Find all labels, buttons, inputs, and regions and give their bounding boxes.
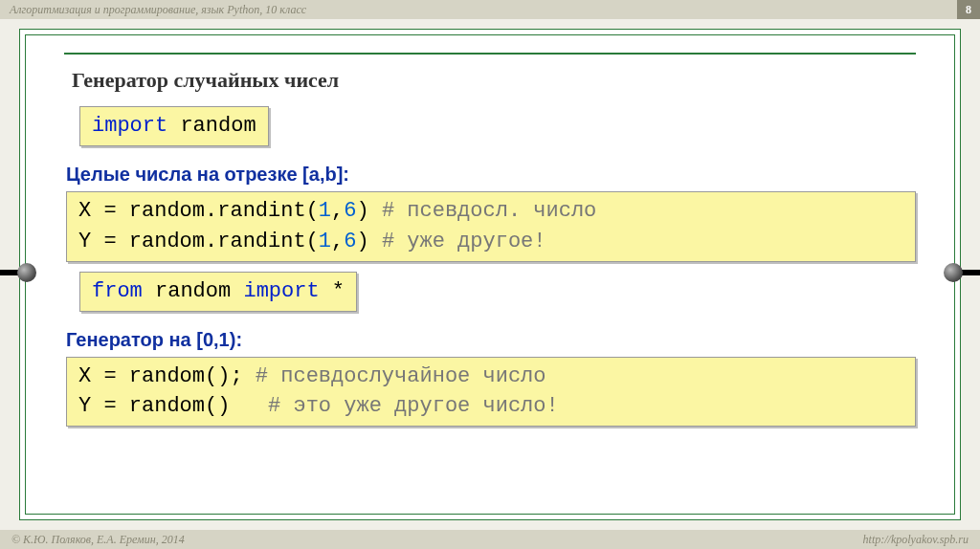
course-title: Алгоритмизация и программирование, язык … — [10, 3, 306, 17]
footer-url: http://kpolyakov.spb.ru — [863, 533, 969, 547]
code-import-random: import random — [79, 106, 269, 146]
slide-title: Генератор случайных чисел — [64, 68, 916, 93]
code-from-import: from random import * — [79, 272, 357, 312]
kw-from: from — [92, 279, 143, 303]
page-number: 8 — [957, 0, 980, 19]
kw-import: import — [92, 114, 167, 138]
decorative-nail-left — [0, 260, 31, 289]
decorative-nail-right — [949, 260, 980, 289]
divider-line — [64, 53, 916, 55]
code-randint: X = random.randint(1,6) # псевдосл. числ… — [66, 191, 916, 262]
subtitle-integers: Целые числа на отрезке [a,b]: — [66, 164, 916, 186]
module-random: random — [180, 114, 256, 138]
kw-import2: import — [243, 279, 319, 303]
code-random-call: X = random(); # псевдослучайное число Y … — [66, 357, 916, 428]
footer-bar: © К.Ю. Поляков, Е.А. Еремин, 2014 http:/… — [0, 530, 980, 549]
subtitle-01: Генератор на [0,1): — [66, 329, 916, 351]
slide-frame-inner: Генератор случайных чисел import random … — [25, 34, 955, 515]
header-bar: Алгоритмизация и программирование, язык … — [0, 0, 980, 19]
copyright: © К.Ю. Поляков, Е.А. Еремин, 2014 — [11, 533, 185, 547]
slide-frame-outer: Генератор случайных чисел import random … — [19, 29, 961, 520]
